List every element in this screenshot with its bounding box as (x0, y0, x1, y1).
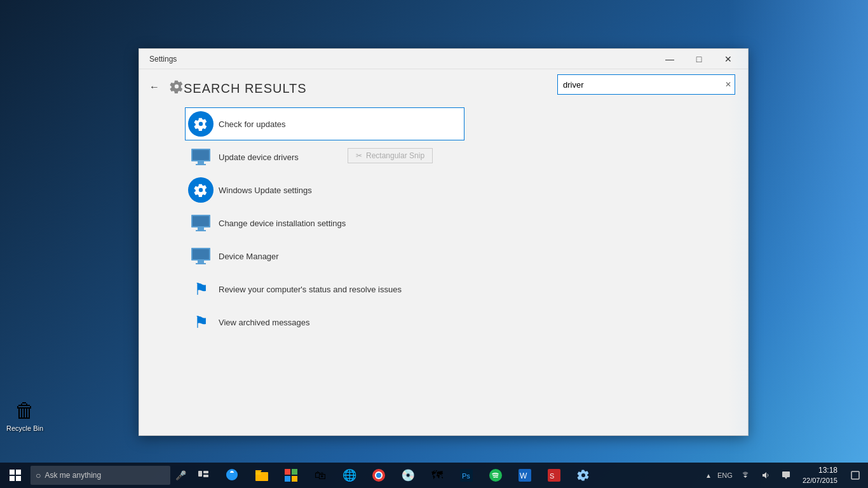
svg-rect-8 (255, 472, 261, 475)
taskbar-ps-icon[interactable]: Ps (452, 463, 480, 488)
taskbar-edge-icon[interactable] (219, 463, 247, 488)
start-button[interactable] (0, 463, 31, 488)
taskbar-search-box[interactable]: ○ Ask me anything (31, 466, 170, 485)
gear-icon (188, 111, 214, 137)
result-icon-3 (186, 208, 216, 238)
sidebar: ← (139, 69, 170, 435)
taskbar: ○ Ask me anything 🎤 (0, 463, 868, 488)
result-item-check-for-updates[interactable]: Check for updates (185, 107, 465, 140)
svg-rect-11 (285, 476, 290, 482)
pc-icon (189, 245, 213, 267)
result-label-2: Windows Update settings (219, 186, 312, 195)
recycle-bin-icon: 🗑 (12, 398, 37, 423)
svg-rect-24 (851, 471, 859, 479)
svg-rect-4 (198, 471, 202, 477)
search-wrapper: ✕ (557, 74, 735, 95)
taskbar-pinned-apps: 🛍 🌐 💿 🗺 Ps (219, 463, 597, 488)
tray-notification-icon[interactable] (777, 463, 795, 488)
window-title: Settings (149, 55, 655, 64)
result-label-4: Device Manager (219, 252, 279, 261)
svg-rect-2 (10, 476, 15, 481)
header-title: SEARCH RESULTS (184, 81, 307, 96)
results-list: Check for updates Update (185, 107, 748, 339)
tray-language-icon[interactable]: ENG (716, 463, 734, 488)
window-controls: — □ ✕ (655, 49, 743, 69)
taskbar-search-label: Ask me anything (44, 471, 101, 480)
tray-volume-icon[interactable] (757, 463, 775, 488)
settings-window: Settings — □ ✕ ← (139, 48, 749, 436)
result-icon-0 (186, 109, 216, 139)
header-section: SEARCH RESULTS ✕ (170, 69, 748, 102)
svg-rect-5 (203, 471, 208, 473)
result-label-5: Review your computer's status and resolv… (219, 285, 402, 294)
tray-network-icon[interactable] (736, 463, 754, 488)
result-item-update-device-drivers[interactable]: Update device drivers (185, 140, 465, 173)
svg-rect-1 (16, 470, 21, 475)
search-input[interactable] (557, 74, 735, 95)
header-gear-icon (170, 79, 184, 97)
svg-rect-6 (203, 475, 208, 477)
taskbar-mic-button[interactable]: 🎤 (170, 463, 191, 488)
task-view-button[interactable] (191, 463, 216, 488)
svg-rect-10 (292, 469, 297, 475)
back-button[interactable]: ← (142, 74, 167, 100)
svg-text:W: W (520, 471, 527, 480)
result-label-0: Check for updates (219, 119, 286, 129)
result-icon-5: ⚑ (186, 274, 216, 304)
svg-rect-12 (292, 476, 297, 482)
result-label-6: View archived messages (219, 318, 310, 327)
result-label-1: Update device drivers (219, 152, 299, 162)
taskbar-settings-icon[interactable] (569, 463, 597, 488)
taskbar-explorer-icon[interactable] (248, 463, 276, 488)
svg-rect-23 (782, 471, 790, 477)
system-tray: ▲ ENG 13:18 (703, 463, 868, 488)
tray-expand-button[interactable]: ▲ (703, 463, 714, 488)
window-content: ← SEARCH RESULTS ✕ (139, 69, 748, 435)
recycle-bin-label: Recycle Bin (6, 424, 43, 432)
taskbar-app5-icon[interactable]: 🌐 (336, 463, 363, 488)
pc-icon (189, 212, 213, 234)
taskbar-app8-icon[interactable]: 🗺 (423, 463, 451, 488)
result-item-archived-messages[interactable]: ⚑ View archived messages (185, 306, 465, 339)
window-main: SEARCH RESULTS ✕ (170, 69, 748, 435)
taskbar-app7-icon[interactable]: 💿 (394, 463, 422, 488)
content-body: Check for updates Update (170, 102, 748, 339)
result-icon-2 (186, 175, 216, 205)
svg-text:S: S (550, 472, 554, 480)
svg-rect-3 (16, 476, 21, 481)
result-icon-4 (186, 241, 216, 271)
svg-rect-0 (10, 470, 15, 475)
pc-icon (189, 146, 213, 168)
taskbar-chrome-icon[interactable] (365, 463, 393, 488)
taskbar-spotify-icon[interactable] (482, 463, 510, 488)
clock[interactable]: 13:18 22/07/2015 (797, 463, 843, 488)
result-item-windows-update-settings[interactable]: Windows Update settings (185, 173, 465, 207)
flag-icon: ⚑ (191, 312, 211, 332)
taskbar-app12-icon[interactable]: S (540, 463, 568, 488)
result-icon-6: ⚑ (186, 307, 216, 337)
desktop: 🗑 Recycle Bin Settings — □ ✕ ← (0, 0, 868, 488)
clock-time: 13:18 (818, 466, 837, 476)
recycle-bin[interactable]: 🗑 Recycle Bin (3, 398, 47, 432)
result-item-review-status[interactable]: ⚑ Review your computer's status and reso… (185, 273, 465, 306)
svg-point-15 (376, 473, 381, 478)
clock-date: 22/07/2015 (803, 476, 837, 485)
taskbar-store-icon[interactable] (277, 463, 305, 488)
taskbar-word-icon[interactable]: W (511, 463, 539, 488)
gear-icon (188, 177, 214, 203)
maximize-button[interactable]: □ (684, 49, 714, 69)
title-bar: Settings — □ ✕ (139, 49, 748, 69)
result-item-change-device-installation[interactable]: Change device installation settings (185, 207, 465, 240)
search-clear-button[interactable]: ✕ (725, 80, 731, 89)
result-item-device-manager[interactable]: Device Manager (185, 240, 465, 273)
close-button[interactable]: ✕ (714, 49, 743, 69)
svg-text:Ps: Ps (462, 472, 470, 480)
result-label-3: Change device installation settings (219, 219, 346, 228)
flag-icon: ⚑ (191, 279, 211, 299)
result-icon-1 (186, 142, 216, 172)
taskbar-bag-icon[interactable]: 🛍 (306, 463, 334, 488)
search-icon: ○ (36, 470, 41, 480)
minimize-button[interactable]: — (655, 49, 684, 69)
svg-rect-9 (285, 469, 290, 475)
notification-center-button[interactable] (845, 463, 865, 488)
